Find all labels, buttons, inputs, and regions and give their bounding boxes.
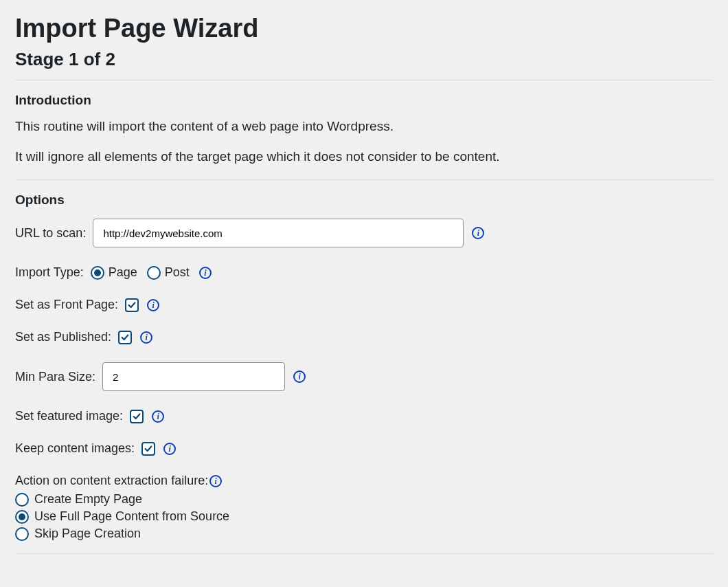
failure-option-full-radio[interactable] xyxy=(15,510,29,524)
url-input[interactable] xyxy=(93,219,464,247)
failure-option-empty-label: Create Empty Page xyxy=(34,492,142,507)
page-title: Import Page Wizard xyxy=(15,14,713,43)
keep-images-checkbox[interactable] xyxy=(141,442,155,456)
check-icon xyxy=(120,333,130,342)
failure-action-options: Create Empty Page Use Full Page Content … xyxy=(15,492,713,541)
introduction-heading: Introduction xyxy=(15,93,713,108)
options-heading: Options xyxy=(15,192,713,208)
intro-text-1: This routine will import the content of … xyxy=(15,119,713,134)
failure-option-empty-radio[interactable] xyxy=(15,493,29,507)
info-icon[interactable] xyxy=(472,227,484,239)
min-para-row: Min Para Size: xyxy=(15,362,713,391)
url-label: URL to scan: xyxy=(15,226,86,241)
info-icon[interactable] xyxy=(152,410,164,423)
front-page-checkbox[interactable] xyxy=(125,298,139,312)
check-icon xyxy=(127,300,137,310)
featured-image-checkbox[interactable] xyxy=(130,410,144,423)
published-checkbox[interactable] xyxy=(118,331,132,344)
info-icon[interactable] xyxy=(140,331,152,344)
failure-option-empty-row: Create Empty Page xyxy=(15,492,713,507)
divider xyxy=(15,553,713,554)
failure-option-skip-row: Skip Page Creation xyxy=(15,527,713,541)
front-page-label: Set as Front Page: xyxy=(15,298,118,312)
info-icon[interactable] xyxy=(209,475,222,487)
check-icon xyxy=(144,444,153,454)
keep-images-label: Keep content images: xyxy=(15,441,135,456)
info-icon[interactable] xyxy=(163,443,176,455)
divider xyxy=(15,179,713,180)
info-icon[interactable] xyxy=(293,370,306,383)
featured-image-label: Set featured image: xyxy=(15,409,123,423)
url-row: URL to scan: xyxy=(15,219,713,247)
min-para-input[interactable] xyxy=(102,362,285,391)
intro-text-2: It will ignore all elements of the targe… xyxy=(15,149,713,164)
import-type-row: Import Type: Page Post xyxy=(15,265,713,280)
divider xyxy=(15,80,713,80)
import-type-page-label: Page xyxy=(109,265,137,280)
import-type-label: Import Type: xyxy=(15,265,84,280)
featured-image-row: Set featured image: xyxy=(15,409,713,423)
import-type-page-radio[interactable] xyxy=(91,266,104,280)
published-label: Set as Published: xyxy=(15,330,111,344)
info-icon[interactable] xyxy=(199,267,212,279)
import-type-post-radio[interactable] xyxy=(147,266,161,280)
info-icon[interactable] xyxy=(147,299,159,311)
keep-images-row: Keep content images: xyxy=(15,441,713,456)
failure-option-skip-radio[interactable] xyxy=(15,527,29,541)
min-para-label: Min Para Size: xyxy=(15,370,95,384)
failure-option-full-label: Use Full Page Content from Source xyxy=(34,509,229,524)
failure-option-full-row: Use Full Page Content from Source xyxy=(15,509,713,524)
failure-action-label: Action on content extraction failure: xyxy=(15,474,208,488)
published-row: Set as Published: xyxy=(15,330,713,344)
check-icon xyxy=(132,412,141,421)
front-page-row: Set as Front Page: xyxy=(15,298,713,312)
failure-action-row: Action on content extraction failure: xyxy=(15,474,713,488)
failure-option-skip-label: Skip Page Creation xyxy=(34,527,141,541)
stage-subtitle: Stage 1 of 2 xyxy=(15,49,713,70)
import-type-post-label: Post xyxy=(165,265,190,280)
